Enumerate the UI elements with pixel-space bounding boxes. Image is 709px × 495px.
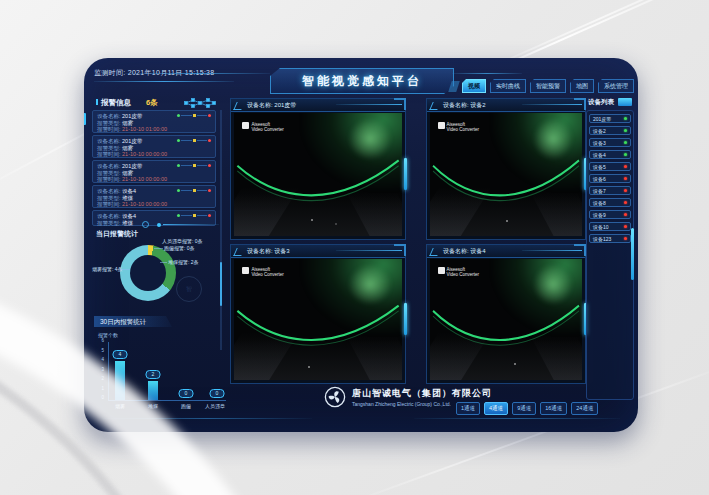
bar-value-badge: 0 [179,389,194,398]
header-line [522,104,582,105]
tick: 3 [96,368,104,373]
status-dot [624,177,627,180]
channel-24-button[interactable]: 24通道 [571,402,598,415]
status-dot [624,117,627,120]
watermark-icon [242,122,249,129]
tab-video[interactable]: 视频 [462,79,486,93]
tab-map[interactable]: 地图 [570,79,594,93]
footer-deco-line [414,418,620,419]
bar-value-badge: 4 [113,350,128,359]
donut-hole [130,255,166,291]
channel-4-button[interactable]: 4通道 [484,402,508,415]
alarm-list-item[interactable]: 设备名称: 设备4 报警类型: 堆煤 报警时间: 21-10-10 00:00:… [92,185,216,208]
alarm-list-item[interactable]: 设备名称: 201皮带 报警类型: 烟雾 报警时间: 21-10-10 01:0… [92,110,216,133]
tick: 0 [96,396,104,401]
device-item[interactable]: 设备9 [589,210,631,219]
device-item[interactable]: 设备2 [589,126,631,135]
device-list-title: 设备列表 [588,98,614,107]
time-label: 报警时间: [97,151,121,157]
alarm-count: 6条 [146,98,158,108]
channel-9-button[interactable]: 9通道 [512,402,536,415]
alarm-scrollbar-thumb[interactable] [220,262,222,306]
device-item[interactable]: 设备4 [589,150,631,159]
device-item[interactable]: 设备5 [589,162,631,171]
watermark-ring: 智 [176,276,202,302]
donut-label-line [154,248,163,249]
video-header: 设备名称: 201皮带 [231,99,405,112]
device-value: 设备4 [122,213,136,219]
video-title: 设备名称: 设备3 [247,247,290,256]
channel-16-button[interactable]: 16通道 [540,402,567,415]
status-dot [624,165,627,168]
alarm-list-item[interactable]: 设备名称: 201皮带 报警类型: 烟雾 报警时间: 21-10-10 00:0… [92,135,216,158]
video-screen[interactable]: AiseesoftVideo Converter [430,113,582,236]
video-panel-1[interactable]: 设备名称: 201皮带 AiseesoftVideo Converter [230,98,406,240]
status-lights-icon [177,189,211,192]
device-list-filter-button[interactable] [618,98,632,106]
device-name: 设备6 [593,176,606,182]
dashboard-panel: 监测时间: 2021年10月11日 15:15:38 智能视觉感知平台 视频 实… [84,58,638,432]
device-item[interactable]: 设备6 [589,174,631,183]
video-panel-4[interactable]: 设备名称: 设备4 AiseesoftVideo Converter [426,244,586,384]
spark [335,223,337,225]
time-label: 报警时间: [97,201,121,207]
watermark-icon [242,267,249,274]
video-title: 设备名称: 设备4 [443,247,486,256]
alarm-list-item[interactable]: 设备名称: 201皮带 报警类型: 烟雾 报警时间: 21-10-10 00:0… [92,160,216,183]
donut-label-person: 人员违章报警: 0条 [162,238,203,244]
type-label: 报警类型: [97,220,121,226]
type-label: 报警类型: [97,195,121,201]
watermark-icon [438,267,445,274]
panel-corner [394,98,406,110]
device-list-scrollbar-thumb[interactable] [631,228,634,280]
device-value: 201皮带 [122,113,142,119]
watermark-icon [438,122,445,129]
device-value: 设备4 [122,188,136,194]
device-value: 201皮带 [122,163,142,169]
device-label: 设备名称: [97,163,121,169]
device-item[interactable]: 设备3 [589,138,631,147]
tick: 4 [96,358,104,363]
type-value: 烟雾 [122,120,133,126]
device-item[interactable]: 设备123 [589,234,631,243]
device-label: 设备名称: [97,188,121,194]
tab-realtime-curve[interactable]: 实时曲线 [490,79,526,93]
status-dot [624,213,627,216]
month-stats-title: 30日内报警统计 [94,316,172,327]
device-label: 设备名称: [97,113,121,119]
device-value: 201皮带 [122,138,142,144]
video-header: 设备名称: 设备4 [427,245,585,258]
bar-chart-x-axis [108,400,226,401]
device-item[interactable]: 设备10 [589,222,631,231]
device-name: 设备9 [593,212,606,218]
video-header: 设备名称: 设备2 [427,99,585,112]
video-screen[interactable]: AiseesoftVideo Converter [234,259,402,380]
device-item[interactable]: 设备7 [589,186,631,195]
channel-1-button[interactable]: 1通道 [456,402,480,415]
tab-system[interactable]: 系统管理 [598,79,634,93]
time-value: 21-10-10 00:00:00 [122,201,167,207]
tab-smart-warning[interactable]: 智能预警 [530,79,566,93]
nav-tabs: 视频 实时曲线 智能预警 地图 系统管理 [450,79,634,93]
donut-label-coalpile: 堆煤报警: 2条 [168,259,199,265]
bar-chart-y-axis [108,342,109,400]
panel-accent [404,303,407,335]
video-panel-3[interactable]: 设备名称: 设备3 AiseesoftVideo Converter [230,244,406,384]
device-name: 设备123 [593,236,611,242]
device-item[interactable]: 设备8 [589,198,631,207]
type-value: 堆煤 [122,220,133,226]
watermark: AiseesoftVideo Converter [438,122,479,132]
header-line [336,250,402,251]
header-deco-line [124,73,270,74]
video-screen[interactable]: AiseesoftVideo Converter [234,113,402,236]
video-screen[interactable]: AiseesoftVideo Converter [430,259,582,380]
device-name: 设备5 [593,164,606,170]
type-label: 报警类型: [97,145,121,151]
panel-accent [404,158,407,190]
video-panel-2[interactable]: 设备名称: 设备2 AiseesoftVideo Converter [426,98,586,240]
page-title: 智能视觉感知平台 [302,73,422,90]
device-item[interactable]: 201皮带 [589,114,631,123]
type-value: 烟雾 [122,145,133,151]
device-name: 设备7 [593,188,606,194]
network-deco-icon [182,97,218,110]
